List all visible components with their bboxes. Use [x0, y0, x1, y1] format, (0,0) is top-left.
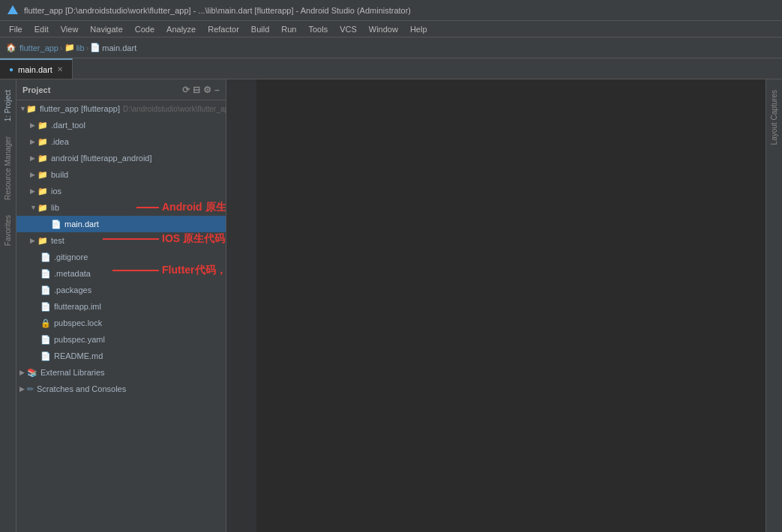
android-arrow: ▶ [30, 154, 37, 162]
nav-file-icon: 📄 [90, 43, 100, 52]
tab-label: main.dart [18, 65, 52, 74]
menu-item-window[interactable]: Window [363, 23, 404, 35]
menu-item-tools[interactable]: Tools [302, 23, 334, 35]
metadata-label: .metadata [54, 269, 91, 278]
pubspec-lock-icon: 🔒 [40, 318, 51, 328]
menu-item-vcs[interactable]: VCS [334, 23, 363, 35]
tree-root[interactable]: ▼ 📁 flutter_app [flutterapp] D:\androids… [16, 100, 226, 117]
android-label: android [flutterapp_android] [51, 154, 152, 163]
iml-icon: 📄 [40, 302, 51, 312]
lib-label: lib [51, 203, 59, 212]
sidebar-item-idea[interactable]: ▶ 📁 .idea [16, 133, 226, 150]
sidebar-item-iml[interactable]: 📄 flutterapp.iml [16, 298, 226, 315]
sidebar-item-pubspec-lock[interactable]: 🔒 pubspec.lock [16, 315, 226, 331]
sidebar-item-lib[interactable]: ▼ 📁 lib [16, 199, 226, 216]
menu-item-build[interactable]: Build [245, 23, 275, 35]
nav-folder-icon: 📁 [64, 43, 75, 52]
app-icon [6, 4, 19, 17]
menu-item-edit[interactable]: Edit [28, 23, 55, 35]
nav-project-icon: 🏠 [6, 43, 16, 52]
gitignore-icon: 📄 [40, 253, 51, 262]
root-folder-icon: 📁 [26, 104, 37, 114]
menu-item-view[interactable]: View [55, 23, 85, 35]
sidebar-item-build[interactable]: ▶ 📁 build [16, 166, 226, 183]
collapse-icon[interactable]: ⊟ [193, 85, 200, 95]
test-icon: 📁 [37, 236, 48, 246]
build-arrow: ▶ [30, 171, 37, 178]
menu-item-code[interactable]: Code [129, 23, 160, 35]
idea-icon: 📁 [37, 137, 48, 147]
titlebar: flutter_app [D:\androidstudio\work\flutt… [0, 0, 782, 21]
ios-label: ios [51, 187, 61, 196]
menu-item-navigate[interactable]: Navigate [84, 23, 128, 35]
code-area[interactable] [256, 79, 766, 532]
main-dart-label: main.dart [64, 220, 99, 229]
title-text: flutter_app [D:\androidstudio\work\flutt… [24, 6, 411, 15]
sidebar-item-main-dart[interactable]: 📄 main.dart [16, 216, 226, 232]
right-vtab-layout[interactable]: Layout Captures [767, 82, 781, 152]
menubar: FileEditViewNavigateCodeAnalyzeRefactorB… [0, 21, 782, 37]
root-label: flutter_app [flutterapp] [40, 104, 120, 113]
editor [226, 79, 766, 532]
sidebar-header-actions: ⟳ ⊟ ⚙ – [182, 85, 220, 95]
menu-item-analyze[interactable]: Analyze [160, 23, 202, 35]
extlibs-arrow: ▶ [19, 369, 27, 376]
tab-main-dart[interactable]: ● main.dart ✕ [0, 58, 73, 79]
nav-lib[interactable]: lib [76, 43, 85, 52]
left-vtab-favorites[interactable]: Favorites [1, 208, 15, 253]
sidebar-item-packages[interactable]: 📄 .packages [16, 282, 226, 298]
main-area: 1: ProjectResource ManagerFavorites Proj… [0, 79, 782, 532]
readme-label: README.md [54, 351, 103, 360]
navbar: 🏠 flutter_app › 📁 lib › 📄 main.dart [0, 37, 782, 58]
nav-project[interactable]: flutter_app [19, 43, 58, 52]
ios-arrow: ▶ [30, 187, 37, 195]
tabbar: ● main.dart ✕ [0, 58, 782, 79]
layout-captures-label: Layout Captures [770, 90, 778, 145]
sidebar-item-android[interactable]: ▶ 📁 android [flutterapp_android] [16, 150, 226, 166]
tab-close-button[interactable]: ✕ [57, 65, 63, 73]
dart-tool-label: .dart_tool [51, 121, 85, 130]
nav-file[interactable]: main.dart [102, 43, 136, 52]
right-vtabs: Layout Captures [766, 79, 782, 532]
sidebar-item-ios[interactable]: ▶ 📁 ios [16, 183, 226, 199]
packages-label: .packages [54, 285, 91, 294]
hide-icon[interactable]: – [214, 85, 220, 95]
scratches-icon: ✏ [27, 384, 34, 394]
menu-item-refactor[interactable]: Refactor [202, 23, 245, 35]
sidebar-content: ▼ 📁 flutter_app [flutterapp] D:\androids… [16, 100, 226, 532]
sidebar-item-readme[interactable]: 📄 README.md [16, 348, 226, 364]
readme-icon: 📄 [40, 351, 51, 361]
main-dart-icon: 📄 [51, 220, 61, 229]
root-arrow: ▼ [19, 105, 26, 112]
test-arrow: ▶ [30, 237, 37, 244]
build-label: build [51, 170, 68, 179]
sidebar-item-external-libs[interactable]: ▶ 📚 External Libraries [16, 364, 226, 381]
lib-icon: 📁 [37, 203, 48, 213]
menu-item-run[interactable]: Run [275, 23, 302, 35]
menu-item-file[interactable]: File [3, 23, 28, 35]
pubspec-yaml-icon: 📄 [40, 335, 51, 345]
settings-icon[interactable]: ⚙ [203, 85, 211, 95]
left-vtabs: 1: ProjectResource ManagerFavorites [0, 79, 16, 532]
left-vtab-project[interactable]: 1: Project [1, 82, 15, 129]
dart-tool-icon: 📁 [37, 121, 48, 130]
scratches-arrow: ▶ [19, 385, 27, 393]
sidebar-item-scratches[interactable]: ▶ ✏ Scratches and Consoles [16, 381, 226, 397]
android-icon: 📁 [37, 154, 48, 163]
sidebar-item-dart-tool[interactable]: ▶ 📁 .dart_tool [16, 117, 226, 133]
nav-sep1: › [60, 43, 63, 52]
sidebar-item-gitignore[interactable]: 📄 .gitignore [16, 249, 226, 265]
root-path: D:\androidstudio\work\flutter_app [123, 105, 226, 113]
extlibs-icon: 📚 [27, 368, 37, 378]
ios-icon: 📁 [37, 187, 48, 196]
sidebar-item-metadata[interactable]: 📄 .metadata [16, 265, 226, 282]
left-vtab-resource[interactable]: Resource Manager [1, 129, 15, 208]
menu-item-help[interactable]: Help [404, 23, 433, 35]
sidebar-item-test[interactable]: ▶ 📁 test [16, 232, 226, 249]
sync-icon[interactable]: ⟳ [182, 85, 190, 95]
dart-tool-arrow: ▶ [30, 121, 37, 129]
pubspec-lock-label: pubspec.lock [54, 318, 102, 327]
metadata-icon: 📄 [40, 269, 51, 279]
sidebar-item-pubspec-yaml[interactable]: 📄 pubspec.yaml [16, 331, 226, 348]
build-icon: 📁 [37, 170, 48, 180]
